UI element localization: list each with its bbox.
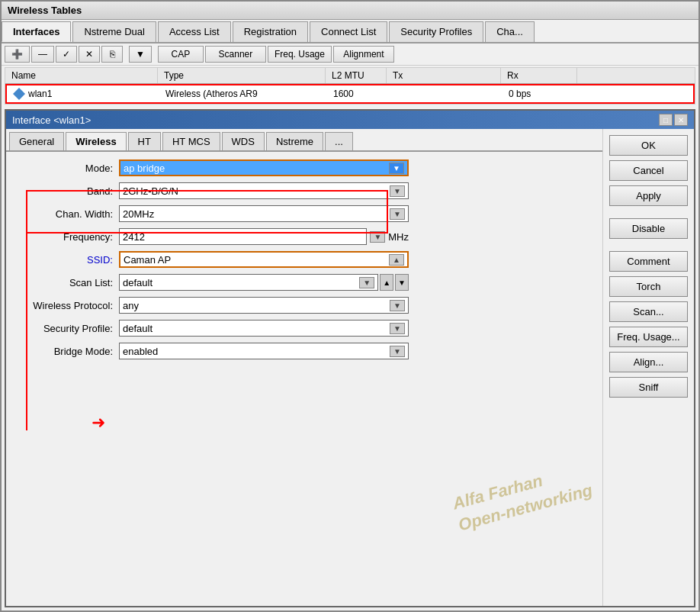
band-row: Band: 2GHz-B/G/N ▼ (12, 182, 596, 199)
interface-icon (13, 88, 25, 100)
dialog-maximize-button[interactable]: □ (659, 114, 673, 126)
scan-button[interactable]: Scan... (609, 301, 688, 322)
security-profile-label: Security Profile: (12, 323, 119, 334)
frequency-control: ▼ MHz (119, 228, 409, 245)
freq-usage-button[interactable]: Freq. Usage (268, 46, 332, 63)
dialog-title-text: Interface <wlan1> (12, 114, 91, 126)
wireless-protocol-value: any (123, 300, 139, 311)
dialog-tab-wireless[interactable]: Wireless (66, 132, 126, 150)
dialog-title-bar: Interface <wlan1> □ ✕ (6, 111, 694, 129)
dialog-close-button[interactable]: ✕ (674, 114, 688, 126)
dialog-tab-nstreme[interactable]: Nstreme (266, 132, 323, 150)
security-profile-dropdown-arrow[interactable]: ▼ (390, 323, 405, 334)
form-area: Mode: ap bridge ▼ Band: (6, 152, 602, 606)
col-type: Type (158, 68, 326, 83)
dialog-title-buttons: □ ✕ (659, 114, 688, 126)
interface-dialog: Interface <wlan1> □ ✕ General Wireless H… (5, 109, 695, 607)
row-tx (388, 92, 503, 96)
security-profile-row: Security Profile: default ▼ (12, 320, 596, 337)
add-button[interactable]: ➕ (5, 46, 30, 63)
mode-value: ap bridge (124, 163, 165, 174)
ssid-row: SSID: Caman AP ▲ (12, 251, 596, 268)
copy-button[interactable]: ⎘ (101, 46, 123, 63)
chanwidth-dropdown-arrow[interactable]: ▼ (390, 208, 405, 220)
row-name-value: wlan1 (28, 89, 52, 99)
mode-select[interactable]: ap bridge ▼ (119, 159, 409, 176)
tab-registration[interactable]: Registration (233, 21, 308, 42)
security-profile-control: default ▼ (119, 320, 409, 337)
dialog-tab-ht[interactable]: HT (128, 132, 161, 150)
wireless-protocol-select[interactable]: any ▼ (119, 297, 409, 314)
bridge-mode-dropdown-arrow[interactable]: ▼ (390, 346, 405, 357)
tab-char[interactable]: Cha... (485, 21, 535, 42)
dialog-tab-more[interactable]: ... (325, 132, 353, 150)
scanlist-select[interactable]: default ▼ (119, 274, 378, 291)
frequency-label: Frequency: (12, 231, 119, 243)
band-dropdown-arrow[interactable]: ▼ (390, 185, 405, 197)
table-header: Name Type L2 MTU Tx Rx (5, 68, 695, 84)
freq-usage-detail-button[interactable]: Freq. Usage... (609, 327, 688, 347)
apply-button[interactable]: Apply (609, 185, 688, 206)
torch-button[interactable]: Torch (609, 276, 688, 297)
wireless-protocol-dropdown-arrow[interactable]: ▼ (390, 300, 405, 311)
bridge-mode-select[interactable]: enabled ▼ (119, 343, 409, 359)
cross-button[interactable]: ✕ (79, 46, 100, 63)
tab-security-profiles[interactable]: Security Profiles (389, 21, 483, 42)
frequency-unit: MHz (388, 231, 409, 243)
frequency-dropdown-arrow[interactable]: ▼ (370, 231, 385, 243)
bridge-mode-row: Bridge Mode: enabled ▼ (12, 343, 596, 359)
dialog-tab-general[interactable]: General (9, 132, 64, 150)
sniff-button[interactable]: Sniff (609, 377, 688, 398)
tab-interfaces[interactable]: Interfaces (2, 21, 71, 42)
mode-dropdown-arrow[interactable]: ▼ (389, 163, 404, 174)
tab-access-list[interactable]: Access List (158, 21, 231, 42)
filter-button[interactable]: ▼ (129, 46, 152, 63)
remove-button[interactable]: — (31, 46, 54, 63)
wireless-protocol-row: Wireless Protocol: any ▼ (12, 297, 596, 314)
chanwidth-select[interactable]: 20MHz ▼ (119, 205, 409, 222)
scanlist-down-button[interactable]: ▼ (395, 274, 409, 291)
main-tabs: Interfaces Nstreme Dual Access List Regi… (2, 20, 698, 43)
chanwidth-row: Chan. Width: 20MHz ▼ (12, 205, 596, 222)
content-area: Name Type L2 MTU Tx Rx wlan1 Wireless (A… (2, 66, 698, 610)
band-label: Band: (12, 185, 119, 197)
dialog-tab-wds[interactable]: WDS (222, 132, 265, 150)
scanlist-dropdown-arrow[interactable]: ▼ (359, 277, 374, 288)
table-row[interactable]: wlan1 Wireless (Atheros AR9 1600 0 bps (5, 84, 695, 104)
col-tx: Tx (387, 68, 501, 83)
ssid-select[interactable]: Caman AP ▲ (119, 251, 409, 268)
disable-button[interactable]: Disable (609, 218, 688, 239)
mode-label: Mode: (12, 163, 119, 174)
cap-button[interactable]: CAP (158, 46, 204, 63)
scanlist-row: Scan List: default ▼ ▲ ▼ (12, 274, 596, 291)
bridge-mode-value: enabled (123, 346, 158, 357)
tab-nstreme-dual[interactable]: Nstreme Dual (72, 21, 156, 42)
scanlist-up-button[interactable]: ▲ (380, 274, 393, 291)
chanwidth-control: 20MHz ▼ (119, 205, 409, 222)
frequency-input[interactable] (119, 228, 367, 245)
dialog-body: General Wireless HT HT MCS WDS Nstreme .… (6, 129, 694, 606)
ssid-value: Caman AP (124, 254, 171, 266)
check-button[interactable]: ✓ (56, 46, 77, 63)
bridge-mode-control: enabled ▼ (119, 343, 409, 359)
chanwidth-value: 20MHz (123, 208, 154, 220)
cancel-button[interactable]: Cancel (609, 160, 688, 181)
tab-connect-list[interactable]: Connect List (310, 21, 387, 42)
security-profile-select[interactable]: default ▼ (119, 320, 409, 337)
title-bar: Wireless Tables (2, 2, 698, 20)
scanner-button[interactable]: Scanner (205, 46, 266, 63)
dialog-left-panel: General Wireless HT HT MCS WDS Nstreme .… (6, 129, 602, 606)
comment-button[interactable]: Comment (609, 251, 688, 272)
alignment-button[interactable]: Alignment (333, 46, 394, 63)
ssid-control: Caman AP ▲ (119, 251, 409, 268)
ssid-label: SSID: (12, 254, 119, 266)
row-rx: 0 bps (503, 86, 579, 101)
align-button[interactable]: Align... (609, 352, 688, 372)
ssid-dropdown-arrow[interactable]: ▲ (389, 254, 404, 266)
dialog-tab-ht-mcs[interactable]: HT MCS (162, 132, 220, 150)
row-name: wlan1 (7, 85, 159, 102)
col-rx: Rx (501, 68, 577, 83)
frequency-row: Frequency: ▼ MHz (12, 228, 596, 245)
ok-button[interactable]: OK (609, 135, 688, 156)
band-select[interactable]: 2GHz-B/G/N ▼ (119, 182, 409, 199)
